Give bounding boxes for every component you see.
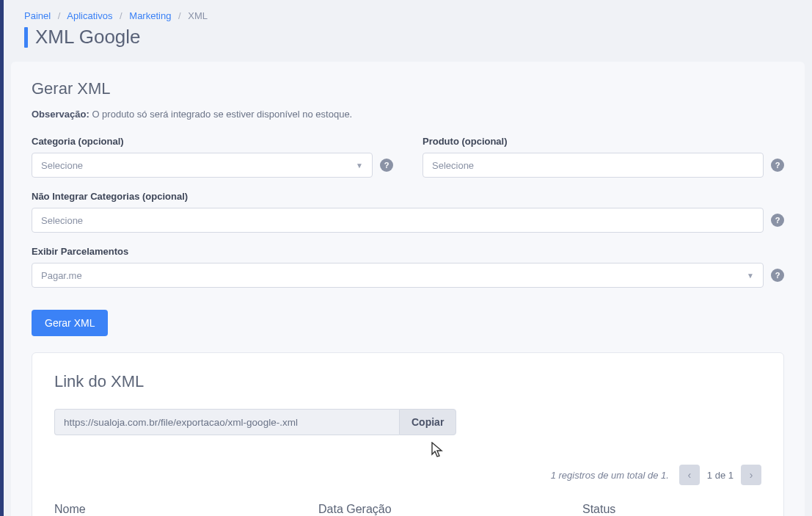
breadcrumb-current: XML xyxy=(188,10,208,21)
nao-integrar-select[interactable]: Selecione xyxy=(32,208,764,233)
help-icon[interactable]: ? xyxy=(771,214,784,227)
pagination-next-button[interactable]: › xyxy=(741,465,761,485)
copiar-button[interactable]: Copiar xyxy=(399,409,456,435)
parcelamentos-select[interactable]: Pagar.me ▼ xyxy=(32,263,764,288)
observacao-text: Observação: O produto só será integrado … xyxy=(32,109,784,120)
parcelamentos-label: Exibir Parcelamentos xyxy=(32,246,784,257)
observacao-label: Observação: xyxy=(32,109,89,120)
breadcrumb-sep: / xyxy=(178,10,181,21)
gerar-xml-button[interactable]: Gerar XML xyxy=(32,310,108,336)
produto-label: Produto (opcional) xyxy=(423,136,784,147)
pagination-prev-button[interactable]: ‹ xyxy=(679,465,700,485)
produto-select[interactable]: Selecione xyxy=(423,153,764,178)
table-header-nome: Nome xyxy=(54,503,318,516)
breadcrumb-sep: / xyxy=(120,10,122,21)
title-accent-bar xyxy=(24,27,28,48)
categoria-label: Categoria (opcional) xyxy=(32,136,393,147)
breadcrumb: Painel / Aplicativos / Marketing / XML xyxy=(4,10,812,26)
table-header-row: Nome Data Geração Status xyxy=(54,498,761,516)
breadcrumb-link-painel[interactable]: Painel xyxy=(24,10,51,21)
chevron-right-icon: › xyxy=(750,469,753,481)
table-header-status: Status xyxy=(582,503,761,516)
help-icon[interactable]: ? xyxy=(380,159,393,172)
categoria-select[interactable]: Selecione ▼ xyxy=(32,153,373,178)
nao-integrar-label: Não Integrar Categorias (opcional) xyxy=(32,191,784,202)
link-xml-title: Link do XML xyxy=(54,372,761,391)
chevron-down-icon: ▼ xyxy=(356,161,363,170)
breadcrumb-link-aplicativos[interactable]: Aplicativos xyxy=(67,10,112,21)
observacao-body: O produto só será integrado se estiver d… xyxy=(92,109,352,120)
pagination-page-label: 1 de 1 xyxy=(707,470,734,481)
pagination-summary: 1 registros de um total de 1. xyxy=(551,470,669,481)
chevron-down-icon: ▼ xyxy=(747,272,754,280)
table-header-data: Data Geração xyxy=(318,503,582,516)
help-icon[interactable]: ? xyxy=(771,159,784,172)
categoria-select-value: Selecione xyxy=(41,160,83,171)
page-title: XML Google xyxy=(35,26,141,48)
breadcrumb-link-marketing[interactable]: Marketing xyxy=(129,10,171,21)
breadcrumb-sep: / xyxy=(58,10,61,21)
produto-select-value: Selecione xyxy=(432,160,474,171)
parcelamentos-select-value: Pagar.me xyxy=(41,270,82,281)
chevron-left-icon: ‹ xyxy=(688,469,692,481)
section-title-gerar-xml: Gerar XML xyxy=(32,79,784,98)
help-icon[interactable]: ? xyxy=(771,269,784,282)
nao-integrar-select-value: Selecione xyxy=(41,215,83,226)
xml-url-input[interactable] xyxy=(54,409,399,435)
